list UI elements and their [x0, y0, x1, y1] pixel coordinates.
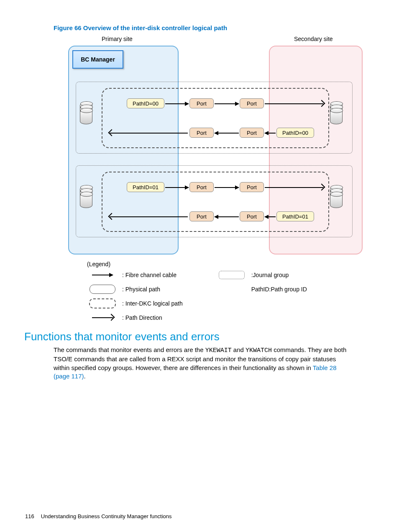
- legend-text: : Path Direction: [122, 314, 162, 321]
- legend: (Legend) : Fibre channel cable : Physica…: [87, 261, 346, 323]
- legend-row: : Physical path: [87, 284, 183, 294]
- legend-row: : Fibre channel cable: [87, 270, 183, 280]
- fibre-arrow-icon: [215, 216, 239, 217]
- legend-row: : Inter-DKC logical path: [87, 298, 183, 308]
- disk-icon: [330, 186, 349, 207]
- port-box: Port: [189, 182, 214, 192]
- port-box: Port: [240, 128, 264, 138]
- chapter-title: Understanding Business Continuity Manage…: [41, 513, 172, 519]
- pathid-00-left: PathID=00: [127, 98, 164, 108]
- path-direction-icon: [110, 216, 188, 217]
- page-footer: 116 Understanding Business Continuity Ma…: [25, 513, 172, 519]
- path-direction-icon: [265, 103, 323, 104]
- secondary-site-label: Secondary site: [294, 36, 333, 42]
- fibre-arrow-icon: [215, 187, 239, 188]
- text: and: [232, 346, 246, 353]
- fibre-arrow-icon: [215, 103, 239, 104]
- legend-text: : Fibre channel cable: [122, 272, 176, 278]
- fibre-arrow-icon: [165, 103, 189, 104]
- fibre-arrow-icon: [215, 133, 239, 134]
- primary-site-label: Primary site: [102, 36, 133, 42]
- fibre-arrow-icon: [265, 216, 276, 217]
- legend-row: :Journal group: [216, 270, 307, 280]
- pathid-01-right: PathID=01: [276, 211, 314, 221]
- logical-path-1: [102, 88, 329, 148]
- figure-caption: Figure 66 Overview of the inter-disk con…: [54, 24, 374, 31]
- physical-path-icon: [90, 285, 115, 294]
- pathid-00-right: PathID=00: [276, 128, 314, 138]
- disk-icon: [330, 103, 349, 123]
- legend-row: PathID:Path group ID: [216, 284, 307, 294]
- body-paragraph: The commands that monitor events and err…: [54, 346, 349, 380]
- figure-66-diagram: Primary site Secondary site BC Manager P…: [68, 36, 369, 253]
- port-box: Port: [240, 211, 264, 221]
- legend-row: : Path Direction: [87, 313, 183, 323]
- journal-group-icon: [219, 271, 245, 279]
- path-direction-icon: [110, 133, 188, 134]
- port-box: Port: [189, 98, 214, 108]
- fibre-arrow-icon: [92, 275, 113, 275]
- bc-manager-box: BC Manager: [72, 50, 123, 69]
- legend-text: PathID:Path group ID: [251, 286, 307, 293]
- fibre-arrow-icon: [265, 133, 276, 134]
- disk-icon: [80, 186, 99, 207]
- command-ykewait: YKEWAIT: [205, 347, 232, 354]
- port-box: Port: [240, 182, 264, 192]
- page-number: 116: [25, 513, 39, 519]
- fibre-arrow-icon: [165, 187, 189, 188]
- port-box: Port: [189, 211, 214, 221]
- pathid-01-left: PathID=01: [127, 182, 164, 192]
- legend-text: : Physical path: [122, 286, 160, 293]
- path-direction-icon: [265, 187, 323, 188]
- logical-path-2: [102, 172, 329, 232]
- inter-dkc-icon: [89, 298, 116, 308]
- command-ykwatch: YKWATCH: [246, 347, 272, 354]
- port-box: Port: [240, 98, 264, 108]
- disk-icon: [80, 103, 99, 123]
- port-box: Port: [189, 128, 214, 138]
- path-direction-icon: [92, 317, 113, 318]
- legend-text: :Journal group: [251, 272, 289, 278]
- text: .: [84, 373, 86, 380]
- section-heading: Functions that monitor events and errors: [24, 330, 374, 343]
- legend-title: (Legend): [87, 261, 346, 267]
- legend-text: : Inter-DKC logical path: [122, 300, 183, 307]
- text: The commands that monitor events and err…: [54, 346, 205, 353]
